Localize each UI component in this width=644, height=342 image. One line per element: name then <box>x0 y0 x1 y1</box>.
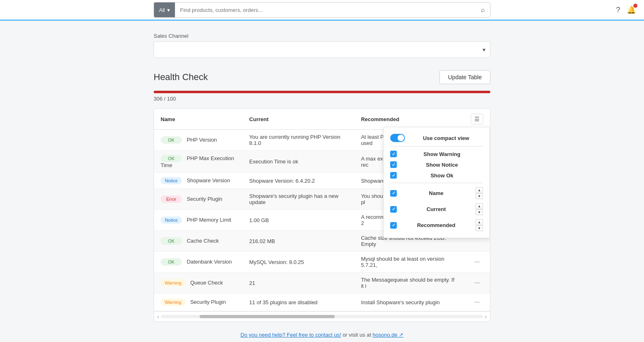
progress-bar-background <box>154 91 490 93</box>
horizontal-scrollbar[interactable]: ‹ › <box>154 311 490 321</box>
contact-link[interactable]: Do you need help? Feel free to contact u… <box>241 332 341 338</box>
settings-divider-2 <box>390 183 483 183</box>
notification-badge <box>633 4 637 8</box>
col-name-checkbox[interactable] <box>390 190 397 197</box>
column-header-name: Name <box>154 109 243 130</box>
compact-view-label: Use compact view <box>409 135 483 141</box>
row-name: Cache Check <box>187 238 219 244</box>
cell-current: 21 <box>243 273 354 294</box>
show-ok-row: Show Ok <box>390 172 483 179</box>
compact-view-toggle[interactable] <box>390 134 405 142</box>
health-check-table: Name Current Recommended ☰ <box>154 109 490 311</box>
hamburger-icon: ☰ <box>474 116 480 122</box>
sales-channel-select-wrapper: ▾ <box>154 41 490 58</box>
cell-name: OK Cache Check <box>154 231 243 252</box>
col-name-sort-arrows: ▲ ▼ <box>476 187 483 199</box>
col-name-down-arrow[interactable]: ▼ <box>476 193 483 199</box>
health-check-section: Health Check Update Table 306 / 100 Name <box>154 70 490 322</box>
cell-current: Execution Time is ok <box>243 151 354 173</box>
progress-label: 306 / 100 <box>154 96 490 102</box>
status-badge: OK <box>161 155 182 162</box>
top-navigation: All ▾ ⌕ ? 🔔 <box>0 0 644 21</box>
col-recommended-up-arrow[interactable]: ▲ <box>476 219 483 225</box>
col-recommended-checkbox[interactable] <box>390 222 397 229</box>
status-badge: OK <box>161 237 182 245</box>
main-content: Sales Channel ▾ Health Check Update Tabl… <box>154 21 490 342</box>
col-current-checkbox[interactable] <box>390 206 397 213</box>
scroll-thumb[interactable] <box>200 315 335 318</box>
nav-icons-group: ? 🔔 <box>616 5 636 14</box>
cell-current: MySQL Version: 8.0.25 <box>243 252 354 273</box>
show-warning-row: Show Warning <box>390 151 483 157</box>
row-name: Datenbank Version <box>187 259 232 265</box>
col-current-sort-arrows: ▲ ▼ <box>476 203 483 215</box>
col-name-label: Name <box>401 190 472 196</box>
sales-channel-label: Sales Channel <box>154 33 490 39</box>
search-input[interactable] <box>175 2 476 17</box>
table-scroll-area[interactable]: Name Current Recommended ☰ <box>154 109 490 311</box>
row-name: Security Plugin <box>187 196 223 202</box>
table-header: Name Current Recommended ☰ <box>154 109 490 130</box>
health-check-title: Health Check <box>154 72 208 83</box>
status-badge: OK <box>161 136 182 144</box>
row-name: PHP Version <box>187 137 217 143</box>
cell-current: 1.00 GB <box>243 210 354 231</box>
col-recommended-label: Recommended <box>401 222 472 228</box>
show-warning-checkbox[interactable] <box>390 151 397 157</box>
progress-container <box>154 91 490 93</box>
cell-name: Notice Shopware Version <box>154 173 243 189</box>
show-ok-label: Show Ok <box>401 172 483 179</box>
search-submit-button[interactable]: ⌕ <box>476 6 490 14</box>
cell-name: OK PHP Version <box>154 130 243 151</box>
cell-recommended: The Messagequeue should be empty. If it … <box>354 273 464 294</box>
col-recommended-row: Recommended ▲ ▼ <box>390 219 483 231</box>
sales-channel-select[interactable] <box>154 41 490 58</box>
show-notice-row: Show Notice <box>390 161 483 168</box>
cell-current: Shopware Version: 6.4.20.2 <box>243 173 354 189</box>
status-badge: OK <box>161 258 182 266</box>
cell-actions: ··· <box>464 294 490 311</box>
col-recommended-down-arrow[interactable]: ▼ <box>476 225 483 231</box>
show-notice-checkbox[interactable] <box>390 161 397 168</box>
cell-name: Error Security Plugin <box>154 189 243 210</box>
progress-bar-fill <box>154 91 490 93</box>
cell-current: 11 of 35 plugins are disabled <box>243 294 354 311</box>
row-name: Security Plugin <box>190 299 226 305</box>
row-name: Queue Check <box>190 280 223 286</box>
scroll-left-arrow[interactable]: ‹ <box>157 313 159 320</box>
col-current-down-arrow[interactable]: ▼ <box>476 209 483 215</box>
column-settings-button[interactable]: ☰ <box>471 114 483 124</box>
col-name-up-arrow[interactable]: ▲ <box>476 187 483 193</box>
cell-actions: ··· <box>464 273 490 294</box>
settings-popup: Use compact view Show Warning <box>383 127 490 238</box>
search-category-dropdown[interactable]: All ▾ <box>154 2 175 17</box>
hosono-link[interactable]: hosono.de ↗ <box>373 332 403 338</box>
external-link-icon: ↗ <box>399 332 403 338</box>
col-name-row: Name ▲ ▼ <box>390 187 483 199</box>
status-badge: Warning <box>161 298 186 306</box>
row-dots-menu-button[interactable]: ··· <box>471 298 483 307</box>
show-warning-label: Show Warning <box>401 151 483 157</box>
help-icon[interactable]: ? <box>616 6 620 14</box>
col-current-up-arrow[interactable]: ▲ <box>476 203 483 209</box>
footer-or-text: or visit us at <box>343 332 373 338</box>
cell-name: Warning Security Plugin <box>154 294 243 311</box>
cell-recommended: Mysql should be at least on version 5.7.… <box>354 252 464 273</box>
show-ok-checkbox[interactable] <box>390 172 397 179</box>
notification-icon-wrapper[interactable]: 🔔 <box>627 5 636 14</box>
cell-name: Notice PHP Memory Limit <box>154 210 243 231</box>
update-table-button[interactable]: Update Table <box>439 70 490 84</box>
settings-divider-1 <box>390 146 483 147</box>
cell-recommended: Install Shopware's security plugin <box>354 294 464 311</box>
row-dots-menu-button[interactable]: ··· <box>471 257 483 266</box>
help-circle-icon: ? <box>616 6 620 14</box>
scroll-track <box>161 315 483 318</box>
column-header-current: Current <box>243 109 354 130</box>
sales-channel-section: Sales Channel ▾ <box>154 33 490 58</box>
row-dots-menu-button[interactable]: ··· <box>471 278 483 287</box>
footer: Do you need help? Feel free to contact u… <box>154 332 490 338</box>
cell-name: OK Datenbank Version <box>154 252 243 273</box>
show-notice-label: Show Notice <box>401 162 483 168</box>
scroll-right-arrow[interactable]: › <box>485 313 487 320</box>
col-recommended-sort-arrows: ▲ ▼ <box>476 219 483 231</box>
